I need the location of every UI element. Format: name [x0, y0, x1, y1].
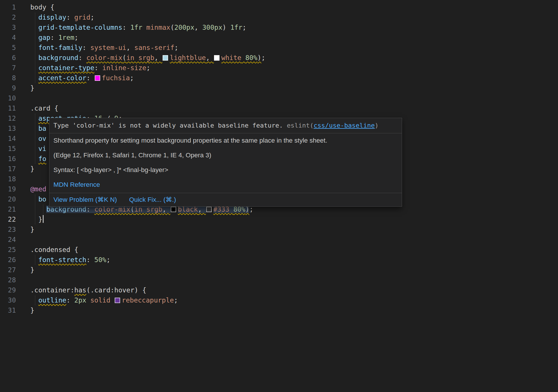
code-line-3[interactable]: 3 grid-template-columns: 1fr minmax(200p…	[0, 23, 558, 33]
code-token: ba	[38, 125, 46, 132]
indent-guide	[35, 63, 35, 73]
code-token	[86, 296, 90, 304]
code-token: sans-serif	[134, 44, 174, 51]
code-line-23[interactable]: 23}	[0, 225, 558, 235]
code-token: ;	[106, 256, 110, 264]
indent-guide	[35, 23, 35, 33]
code-content: background: color-mix(in srgb, lightblue…	[16, 53, 558, 63]
code-line-27[interactable]: 27}	[0, 265, 558, 275]
code-content: .card {	[16, 103, 558, 113]
indent-guide	[35, 214, 35, 225]
code-content: body {	[16, 2, 558, 12]
code-line-2[interactable]: 2 display: grid;	[0, 12, 558, 23]
code-token: lightblue	[170, 54, 206, 61]
code-content: grid-template-columns: 1fr minmax(200px,…	[16, 23, 558, 33]
code-token: fo	[38, 155, 46, 163]
color-swatch[interactable]	[163, 55, 168, 61]
code-token	[30, 206, 46, 213]
code-line-24[interactable]: 24	[0, 235, 558, 245]
code-token	[142, 24, 146, 31]
code-content: }	[16, 83, 558, 93]
code-token: outline	[38, 296, 66, 304]
code-token: }	[30, 266, 34, 274]
line-number: 28	[0, 275, 16, 285]
code-token	[30, 125, 38, 132]
code-token: rebeccapurple	[122, 296, 174, 304]
code-content: .container:has(.card:hover) {	[16, 285, 558, 295]
code-line-22[interactable]: 22 }	[0, 214, 558, 225]
code-line-30[interactable]: 30 outline: 2px solid rebeccapurple;	[0, 295, 558, 305]
code-line-9[interactable]: 9}	[0, 83, 558, 93]
diagnostic-row: Type 'color-mix' is not a widely availab…	[49, 118, 402, 133]
code-token: has	[74, 286, 86, 294]
code-token: (.card	[86, 286, 110, 294]
code-token: {	[50, 104, 58, 112]
color-swatch[interactable]	[115, 298, 120, 303]
indent-guide	[35, 12, 35, 23]
line-number: 7	[0, 63, 16, 73]
code-token: color-mix	[86, 54, 122, 61]
code-content	[16, 275, 558, 285]
code-token: .container	[30, 286, 70, 294]
code-token: font-stretch	[38, 256, 86, 264]
doc-syntax: Syntax: [ <bg-layer> , ]* <final-bg-laye…	[53, 166, 398, 174]
color-swatch[interactable]	[171, 207, 176, 212]
code-content: .condensed {	[16, 245, 558, 255]
code-token: ;	[74, 34, 78, 41]
line-number: 11	[0, 103, 16, 113]
code-token	[30, 74, 38, 82]
line-number: 6	[0, 53, 16, 63]
code-token: :	[122, 24, 131, 31]
code-line-4[interactable]: 4 gap: 1rem;	[0, 33, 558, 43]
diagnostic-source-suffix: )	[375, 122, 379, 129]
mdn-reference-link[interactable]: MDN Reference	[53, 181, 100, 188]
code-line-25[interactable]: 25.condensed {	[0, 245, 558, 255]
code-line-31[interactable]: 31}	[0, 305, 558, 316]
code-token: 300px	[202, 24, 222, 31]
doc-browser-support: (Edge 12, Firefox 1, Safari 1, Chrome 1,…	[53, 151, 398, 160]
code-line-5[interactable]: 5 font-family: system-ui, sans-serif;	[0, 43, 558, 53]
code-token	[30, 296, 38, 304]
code-line-29[interactable]: 29.container:has(.card:hover) {	[0, 285, 558, 295]
line-number: 4	[0, 33, 16, 43]
line-number: 29	[0, 285, 16, 295]
code-token	[226, 24, 230, 31]
line-number: 3	[0, 23, 16, 33]
color-swatch[interactable]	[214, 55, 220, 61]
line-number: 1	[0, 2, 16, 12]
code-token: accent-color	[38, 74, 86, 82]
code-token: :	[94, 64, 103, 72]
code-token: ;	[130, 74, 134, 82]
code-token: font-family	[38, 44, 82, 51]
line-number: 19	[0, 184, 16, 194]
doc-description: Shorthand property for setting most back…	[53, 136, 398, 145]
code-line-6[interactable]: 6 background: color-mix(in srgb, lightbl…	[0, 53, 558, 63]
code-line-28[interactable]: 28	[0, 275, 558, 285]
line-number: 2	[0, 12, 16, 23]
code-editor[interactable]: 1body {2 display: grid;3 grid-template-c…	[0, 0, 558, 392]
code-content: display: grid;	[16, 12, 558, 23]
color-swatch[interactable]	[206, 207, 212, 212]
code-token: .condensed	[30, 246, 70, 253]
code-line-7[interactable]: 7 container-type: inline-size;	[0, 63, 558, 73]
code-line-1[interactable]: 1body {	[0, 2, 558, 12]
code-token: :	[70, 286, 74, 294]
color-swatch[interactable]	[95, 75, 100, 81]
quick-fix-action[interactable]: Quick Fix... (⌘.)	[129, 196, 176, 203]
code-token: 1rem	[58, 34, 74, 41]
code-content	[16, 93, 558, 103]
line-number: 9	[0, 83, 16, 93]
code-content: }	[16, 265, 558, 275]
code-token: :	[78, 54, 86, 61]
indent-guide	[35, 124, 35, 134]
code-token: vi	[38, 145, 46, 152]
code-line-8[interactable]: 8 accent-color: fuchsia;	[0, 73, 558, 83]
code-line-10[interactable]: 10	[0, 93, 558, 103]
view-problem-action[interactable]: View Problem (⌘K N)	[53, 196, 117, 203]
code-line-11[interactable]: 11.card {	[0, 103, 558, 113]
code-token: gap	[38, 34, 51, 41]
code-token: :	[66, 14, 75, 21]
code-line-26[interactable]: 26 font-stretch: 50%;	[0, 255, 558, 265]
diagnostic-rule-link[interactable]: css/use-baseline	[314, 122, 375, 129]
code-token: ;	[146, 64, 150, 72]
